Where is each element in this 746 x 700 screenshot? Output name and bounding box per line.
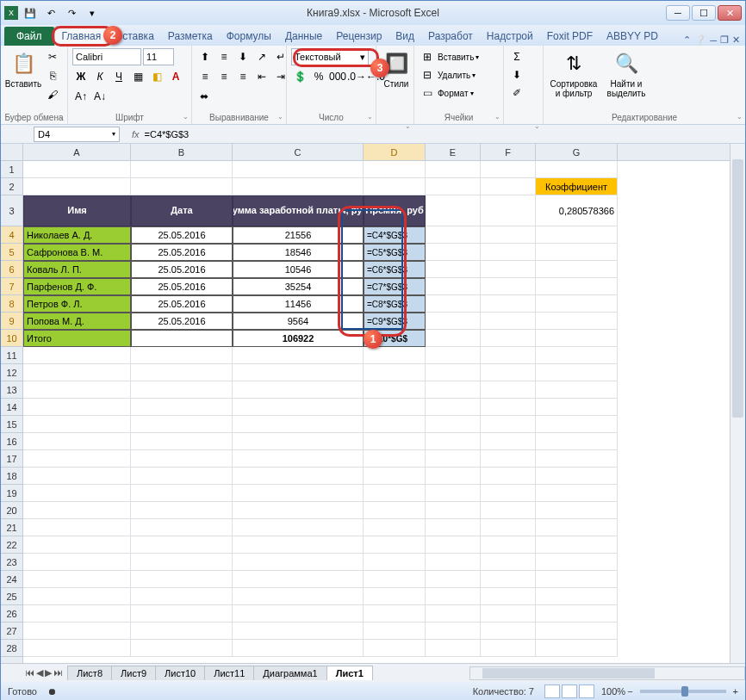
cell-salary-6[interactable]: 10546 bbox=[233, 261, 364, 278]
cell[interactable] bbox=[233, 571, 364, 588]
cell-salary-9[interactable]: 9564 bbox=[233, 313, 364, 330]
horizontal-scrollbar[interactable] bbox=[469, 666, 745, 680]
cell[interactable] bbox=[233, 485, 364, 502]
hscroll-thumb[interactable] bbox=[482, 668, 655, 678]
cell[interactable] bbox=[536, 330, 618, 347]
increase-font-button[interactable]: A↑ bbox=[72, 88, 90, 105]
format-cells-button[interactable]: ▭ bbox=[419, 84, 436, 102]
cell[interactable] bbox=[481, 450, 536, 468]
cell[interactable] bbox=[233, 433, 364, 450]
cell[interactable] bbox=[481, 313, 536, 330]
cell[interactable] bbox=[364, 381, 426, 399]
inc-decimal-button[interactable]: .0→ bbox=[348, 68, 365, 85]
cell[interactable] bbox=[364, 502, 426, 519]
cell[interactable] bbox=[23, 571, 131, 588]
cell[interactable] bbox=[23, 399, 131, 416]
cell[interactable] bbox=[364, 519, 426, 536]
cell[interactable] bbox=[426, 381, 481, 399]
cell[interactable] bbox=[233, 381, 364, 399]
cell[interactable] bbox=[481, 468, 536, 485]
row-header-24[interactable]: 24 bbox=[1, 571, 22, 588]
col-header-F[interactable]: F bbox=[481, 144, 536, 160]
bold-button[interactable]: Ж bbox=[72, 68, 90, 85]
vertical-scrollbar[interactable] bbox=[730, 144, 745, 663]
cell[interactable] bbox=[536, 278, 618, 295]
sheet-nav-next[interactable]: ▶ bbox=[45, 667, 52, 678]
cell[interactable] bbox=[131, 399, 233, 416]
cell[interactable] bbox=[481, 261, 536, 278]
undo-button[interactable]: ↶ bbox=[42, 4, 59, 22]
row-header-4[interactable]: 4 bbox=[1, 226, 22, 244]
header-salary[interactable]: Сумма заработной платы, руб. bbox=[233, 195, 364, 226]
cell[interactable] bbox=[536, 519, 618, 536]
cell[interactable] bbox=[536, 295, 618, 313]
format-painter-button[interactable]: 🖌 bbox=[44, 86, 61, 103]
cell[interactable] bbox=[364, 347, 426, 364]
cell[interactable] bbox=[426, 161, 481, 178]
row-header-27[interactable]: 27 bbox=[1, 623, 22, 640]
cell[interactable] bbox=[23, 161, 131, 178]
cell[interactable] bbox=[131, 433, 233, 450]
row-header-11[interactable]: 11 bbox=[1, 347, 22, 364]
sheet-tab-Лист8[interactable]: Лист8 bbox=[67, 666, 112, 680]
align-center-button[interactable]: ≡ bbox=[215, 68, 233, 85]
cell[interactable] bbox=[481, 195, 536, 226]
align-left-button[interactable]: ≡ bbox=[196, 68, 214, 85]
cell[interactable] bbox=[364, 450, 426, 468]
cell[interactable] bbox=[426, 588, 481, 605]
cell[interactable] bbox=[131, 605, 233, 623]
cell[interactable] bbox=[481, 554, 536, 571]
maximize-button[interactable]: ☐ bbox=[692, 5, 716, 21]
close-button[interactable]: ✕ bbox=[718, 5, 742, 21]
cell[interactable] bbox=[131, 571, 233, 588]
cell[interactable] bbox=[481, 364, 536, 381]
cell[interactable] bbox=[131, 450, 233, 468]
align-right-button[interactable]: ≡ bbox=[234, 68, 252, 85]
cell[interactable] bbox=[426, 519, 481, 536]
row-header-13[interactable]: 13 bbox=[1, 381, 22, 399]
cell[interactable] bbox=[426, 278, 481, 295]
font-name-input[interactable] bbox=[72, 48, 141, 65]
cell[interactable] bbox=[364, 536, 426, 554]
cell-salary-5[interactable]: 18546 bbox=[233, 244, 364, 261]
tab-developer[interactable]: Разработ bbox=[421, 27, 480, 46]
cell[interactable] bbox=[536, 364, 618, 381]
cell[interactable] bbox=[233, 161, 364, 178]
col-header-C[interactable]: C bbox=[233, 144, 364, 160]
col-header-G[interactable]: G bbox=[536, 144, 618, 160]
tab-addins[interactable]: Надстрой bbox=[480, 27, 540, 46]
cell-name-7[interactable]: Парфенов Д. Ф. bbox=[23, 278, 131, 295]
ribbon-minimize-icon[interactable]: ⌃ bbox=[683, 34, 691, 46]
macro-record-icon[interactable]: ⏺ bbox=[47, 686, 57, 697]
underline-button[interactable]: Ч bbox=[110, 68, 127, 85]
cell[interactable] bbox=[233, 399, 364, 416]
view-layout-button[interactable] bbox=[562, 685, 577, 698]
cell[interactable] bbox=[536, 399, 618, 416]
cell-date-4[interactable]: 25.05.2016 bbox=[131, 226, 233, 244]
row-header-15[interactable]: 15 bbox=[1, 416, 22, 433]
row-header-3[interactable]: 3 bbox=[1, 195, 22, 226]
cell[interactable] bbox=[536, 536, 618, 554]
cell[interactable] bbox=[481, 571, 536, 588]
cell[interactable] bbox=[23, 450, 131, 468]
cell[interactable] bbox=[426, 554, 481, 571]
cell[interactable] bbox=[131, 381, 233, 399]
cell[interactable] bbox=[536, 261, 618, 278]
cell-bonus-7[interactable]: =C7*$G$3 bbox=[364, 278, 426, 295]
cell[interactable] bbox=[481, 330, 536, 347]
cell[interactable] bbox=[23, 416, 131, 433]
cell[interactable] bbox=[481, 244, 536, 261]
cell[interactable] bbox=[23, 536, 131, 554]
cell[interactable] bbox=[426, 295, 481, 313]
tab-home[interactable]: Главная bbox=[54, 26, 109, 46]
cut-button[interactable]: ✂ bbox=[44, 48, 61, 65]
save-button[interactable]: 💾 bbox=[22, 4, 39, 22]
cell[interactable] bbox=[364, 605, 426, 623]
sheet-tab-Лист10[interactable]: Лист10 bbox=[155, 666, 205, 680]
cell[interactable] bbox=[536, 605, 618, 623]
row-header-10[interactable]: 10 bbox=[1, 330, 22, 347]
doc-minimize-icon[interactable]: ─ bbox=[710, 35, 717, 46]
cell[interactable] bbox=[364, 178, 426, 195]
row-header-14[interactable]: 14 bbox=[1, 399, 22, 416]
dec-indent-button[interactable]: ⇤ bbox=[253, 68, 270, 85]
